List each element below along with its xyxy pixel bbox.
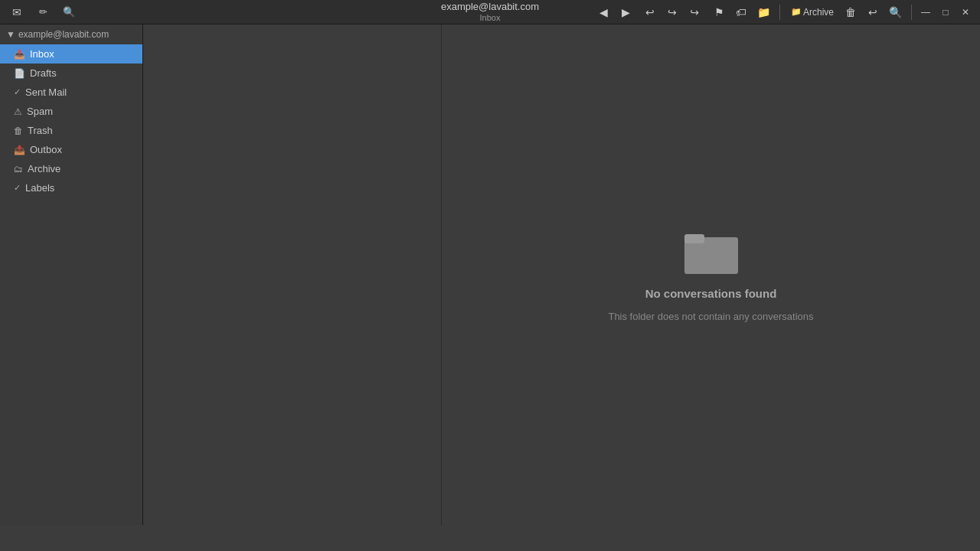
search-icon-right: 🔍 — [889, 6, 902, 18]
sidebar-item-spam[interactable]: ⚠ Spam — [0, 102, 142, 121]
tag-action-group: ⚑ 🏷 📁 — [708, 2, 774, 22]
back-icon: ◀ — [599, 6, 608, 18]
archive-button[interactable]: 📁 Archive — [786, 2, 839, 22]
delete-icon: 🗑 — [845, 6, 856, 18]
delete-button[interactable]: 🗑 — [840, 2, 861, 22]
minimize-button[interactable]: — — [917, 4, 934, 21]
sidebar-item-trash[interactable]: 🗑 Trash — [0, 121, 142, 140]
right-area: No conversations found This folder does … — [143, 24, 980, 525]
forward-msg-button[interactable]: ↩ — [684, 2, 705, 22]
sidebar-item-trash-label: Trash — [28, 125, 53, 136]
reply-all-icon: ↪ — [668, 6, 677, 18]
folder-svg — [684, 228, 738, 274]
sidebar-item-inbox[interactable]: 📥 Inbox — [0, 44, 142, 64]
labels-icon: ✓ — [14, 183, 21, 193]
sidebar-item-sent-label: Sent Mail — [25, 86, 67, 98]
sidebar-item-spam-label: Spam — [27, 106, 53, 117]
sidebar-item-drafts[interactable]: 📄 Drafts — [0, 64, 142, 83]
maximize-button[interactable]: □ — [937, 4, 954, 21]
right-action-group: 📁 Archive 🗑 ↩ 🔍 — [786, 2, 906, 22]
sidebar-item-drafts-label: Drafts — [30, 67, 57, 79]
expand-icon: ▼ — [6, 29, 15, 40]
archive-label: Archive — [803, 7, 834, 18]
drafts-icon: 📄 — [14, 68, 25, 79]
titlebar-main-title: example@lavabit.com — [441, 1, 539, 13]
main-layout: ▼ example@lavabit.com 📥 Inbox 📄 Drafts ✓… — [0, 24, 980, 525]
nav-group: ◀ ▶ — [593, 2, 636, 22]
toolbar-sep-2 — [911, 5, 912, 20]
reply-icon: ↩ — [645, 6, 655, 18]
email-list-panel — [143, 24, 442, 525]
sidebar-item-archive[interactable]: 🗂 Archive — [0, 159, 142, 178]
account-label: example@lavabit.com — [18, 29, 109, 40]
empty-state-title: No conversations found — [645, 287, 777, 300]
flag-button[interactable]: ⚑ — [708, 2, 730, 22]
titlebar-right: ◀ ▶ ↩ ↪ ↩ ⚑ 🏷 📁 — [593, 2, 974, 22]
back-button[interactable]: ◀ — [593, 2, 614, 22]
preview-panel: No conversations found This folder does … — [442, 24, 980, 525]
forward-button[interactable]: ▶ — [615, 2, 636, 22]
sidebar-item-archive-label: Archive — [28, 163, 60, 174]
inbox-icon: 📥 — [14, 49, 25, 60]
reply-icon-right: ↩ — [868, 6, 877, 18]
tag-button[interactable]: 🏷 — [730, 2, 752, 22]
archive-folder-icon: 🗂 — [14, 164, 23, 174]
search-icon-titlebar: 🔍 — [63, 6, 75, 18]
app-icon-button[interactable]: ✉ — [6, 4, 28, 21]
titlebar-center: example@lavabit.com Inbox — [441, 1, 539, 23]
sidebar-item-outbox[interactable]: 📤 Outbox — [0, 140, 142, 159]
trash-icon: 🗑 — [14, 126, 23, 136]
compose-button[interactable]: ✏ — [32, 4, 54, 21]
sidebar-item-labels-label: Labels — [25, 182, 54, 194]
titlebar-left: ✉ ✏ 🔍 — [6, 4, 80, 21]
msg-action-group: ↩ ↪ ↩ — [639, 2, 705, 22]
close-button[interactable]: ✕ — [957, 4, 974, 21]
sidebar-item-labels[interactable]: ✓ Labels — [0, 178, 142, 197]
sidebar-item-outbox-label: Outbox — [30, 144, 62, 155]
titlebar: ✉ ✏ 🔍 example@lavabit.com Inbox ◀ ▶ ↩ ↪ — [0, 0, 980, 24]
outbox-icon: 📤 — [14, 145, 25, 155]
spam-icon: ⚠ — [14, 106, 22, 117]
search-button-right[interactable]: 🔍 — [884, 2, 906, 22]
move-button[interactable]: 📁 — [753, 2, 774, 22]
archive-icon: 📁 — [791, 7, 802, 17]
forward-msg-icon: ↩ — [690, 6, 699, 18]
reply-button-toolbar[interactable]: ↩ — [639, 2, 661, 22]
forward-icon: ▶ — [622, 6, 630, 18]
empty-state-subtitle: This folder does not contain any convers… — [608, 311, 813, 322]
flag-icon: ⚑ — [714, 6, 724, 18]
sidebar-item-sent[interactable]: ✓ Sent Mail — [0, 83, 142, 102]
sidebar: ▼ example@lavabit.com 📥 Inbox 📄 Drafts ✓… — [0, 24, 143, 525]
compose-icon: ✏ — [39, 6, 47, 18]
tag-icon: 🏷 — [736, 6, 746, 18]
app-icon: ✉ — [12, 6, 21, 18]
sidebar-account[interactable]: ▼ example@lavabit.com — [0, 24, 142, 44]
reply-button-right[interactable]: ↩ — [862, 2, 884, 22]
toolbar-sep-1 — [779, 5, 780, 20]
empty-folder-illustration — [684, 228, 738, 276]
search-button-titlebar[interactable]: 🔍 — [58, 4, 80, 21]
titlebar-sub-title: Inbox — [441, 13, 539, 23]
svg-rect-2 — [684, 234, 704, 243]
sent-icon: ✓ — [14, 87, 21, 97]
folder-icon-toolbar: 📁 — [757, 6, 770, 18]
reply-all-button[interactable]: ↪ — [662, 2, 683, 22]
sidebar-item-inbox-label: Inbox — [30, 48, 54, 60]
